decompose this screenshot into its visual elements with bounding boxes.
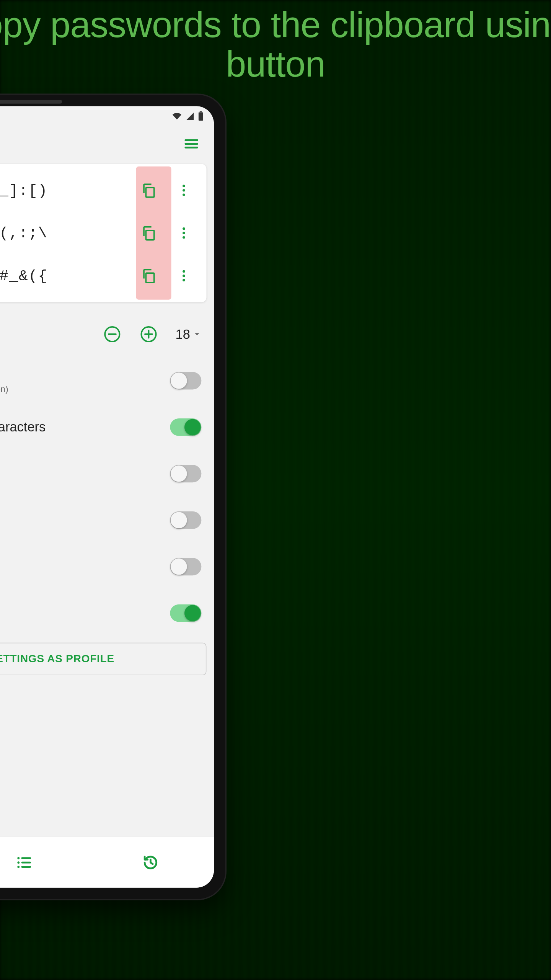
setting-special: # Special chars — [0, 590, 206, 636]
nav-history[interactable] — [88, 837, 214, 888]
minus-icon — [103, 325, 121, 343]
more-vert-icon — [176, 268, 191, 283]
status-bar: 5:15 — [0, 106, 214, 127]
setting-lowercase: Aa Lowercase — [0, 451, 206, 497]
password-row: \\().]%-;/}:]_]:[) — [0, 169, 206, 212]
svg-point-14 — [183, 275, 185, 278]
numbers-switch[interactable] — [170, 558, 201, 576]
svg-point-15 — [183, 279, 185, 282]
svg-rect-12 — [146, 273, 154, 283]
svg-point-44 — [17, 866, 20, 868]
nav-profiles[interactable] — [0, 837, 88, 888]
svg-point-6 — [183, 189, 185, 192]
password-overflow-button[interactable] — [166, 220, 201, 246]
length-minus-button[interactable] — [100, 322, 125, 347]
app-bar — [0, 126, 214, 162]
svg-rect-8 — [146, 230, 154, 240]
setting-label: Lowercase — [0, 466, 161, 481]
setting-label: Numbers — [0, 559, 161, 574]
promo-title: Simply copy passwords to the clipboard u… — [0, 5, 551, 84]
status-icons — [171, 111, 204, 121]
passwords-card: \\().]%-;/}:]_]:[) -!!&*_}§§.[/)(,:;\ — [0, 164, 206, 302]
password-row: "_,?)_$+%!=:"#_&({ — [0, 255, 206, 297]
setting-label: Length — [0, 327, 91, 342]
password-overflow-button[interactable] — [166, 178, 201, 203]
save-profile-button[interactable]: SAVE SETTINGS AS PROFILE — [0, 643, 206, 675]
length-dropdown[interactable]: 18 — [173, 327, 201, 342]
svg-rect-4 — [146, 188, 154, 198]
copy-button[interactable] — [131, 263, 166, 289]
setting-label: Speakable — [0, 368, 161, 382]
more-vert-icon — [176, 226, 191, 241]
phone-speaker — [0, 100, 62, 104]
app-screen: 5:15 \\().]%-;/}:]_]:[) — [0, 106, 214, 888]
svg-point-42 — [17, 857, 20, 859]
password-text: \\().]%-;/}:]_]:[) — [0, 182, 131, 199]
svg-point-43 — [17, 861, 20, 864]
speakable-switch[interactable] — [170, 372, 201, 390]
length-value: 18 — [175, 327, 190, 342]
plus-icon — [140, 325, 158, 343]
length-plus-button[interactable] — [136, 322, 161, 347]
password-overflow-button[interactable] — [166, 263, 201, 289]
password-row: -!!&*_}§§.[/)(,:;\ — [0, 212, 206, 255]
special-switch[interactable] — [170, 604, 201, 622]
setting-length: 9+ Length 18 — [0, 311, 206, 358]
svg-point-11 — [183, 236, 185, 239]
list-nav-icon — [16, 854, 33, 871]
save-profile-label: SAVE SETTINGS AS PROFILE — [0, 653, 114, 665]
setting-label: Uppercase — [0, 513, 161, 528]
copy-icon — [140, 225, 157, 242]
svg-point-10 — [183, 232, 185, 235]
svg-point-7 — [183, 194, 185, 196]
copy-button[interactable] — [131, 178, 166, 203]
setting-numbers: 123 Numbers — [0, 544, 206, 590]
setting-uppercase: Aa Uppercase — [0, 497, 206, 543]
more-vert-icon — [176, 183, 191, 198]
setting-speakable: Speakable (Please note information) — [0, 358, 206, 404]
svg-point-9 — [183, 227, 185, 230]
copy-icon — [140, 182, 157, 199]
history-nav-icon — [142, 854, 160, 871]
battery-icon — [198, 111, 204, 121]
copy-icon — [140, 268, 157, 284]
hamburger-icon — [183, 135, 200, 153]
svg-rect-0 — [199, 113, 203, 121]
settings-list: 9+ Length 18 — [0, 311, 206, 637]
unique-switch[interactable] — [170, 418, 201, 436]
chevron-down-icon — [192, 330, 201, 339]
phone-frame: 5:15 \\().]%-;/}:]_]:[) — [0, 95, 225, 899]
svg-rect-1 — [200, 111, 202, 113]
setting-sublabel: (Please note information) — [0, 384, 161, 394]
wifi-icon — [171, 112, 183, 121]
setting-label: Special chars — [0, 606, 161, 621]
svg-point-5 — [183, 185, 185, 188]
setting-label: Only unique characters — [0, 420, 161, 435]
lowercase-switch[interactable] — [170, 465, 201, 483]
menu-button[interactable] — [179, 131, 204, 157]
copy-button[interactable] — [131, 220, 166, 246]
signal-icon — [185, 112, 195, 121]
password-text: "_,?)_$+%!=:"#_&({ — [0, 268, 131, 284]
password-text: -!!&*_}§§.[/)(,:;\ — [0, 225, 131, 242]
svg-point-13 — [183, 270, 185, 273]
setting-unique: Only unique characters — [0, 404, 206, 451]
uppercase-switch[interactable] — [170, 511, 201, 529]
bottom-nav: Passwords — [0, 836, 214, 888]
